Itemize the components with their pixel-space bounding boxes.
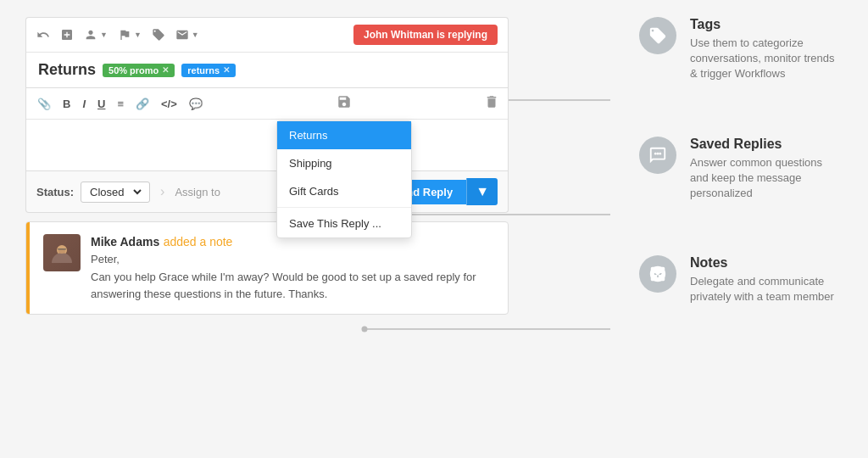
status-dropdown[interactable]: Closed Open Pending xyxy=(86,185,144,199)
editor-content[interactable] xyxy=(26,120,508,170)
status-label: Status: xyxy=(36,186,74,198)
undo-icon[interactable] xyxy=(36,28,50,42)
save-btn[interactable] xyxy=(337,94,352,113)
code-btn[interactable]: </> xyxy=(159,96,180,112)
dropdown-item-shipping[interactable]: Shipping xyxy=(277,149,411,177)
notes-title: Notes xyxy=(690,255,843,271)
dropdown-save-reply[interactable]: Save This Reply ... xyxy=(277,209,411,237)
dropdown-item-gift-cards[interactable]: Gift Cards xyxy=(277,177,411,205)
editor-toolbar: 📎 B I U ≡ 🔗 </> 💬 xyxy=(26,88,508,120)
dropdown-item-returns[interactable]: Returns xyxy=(277,121,411,149)
feature-notes: Notes Delegate and communicate privately… xyxy=(639,255,843,304)
italic-btn[interactable]: I xyxy=(80,96,88,112)
svg-point-9 xyxy=(654,152,657,154)
underline-btn[interactable]: U xyxy=(95,96,108,112)
note-body: Can you help Grace while I'm away? Would… xyxy=(91,269,494,302)
flag-icon[interactable]: ▼ xyxy=(118,28,142,42)
editor-area: 📎 B I U ≡ 🔗 </> 💬 Returns Shipping Gi xyxy=(25,88,509,171)
tags-title: Tags xyxy=(690,17,843,32)
replying-badge: John Whitman is replying xyxy=(353,25,498,45)
bold-btn[interactable]: B xyxy=(60,96,73,112)
user-icon[interactable]: ▼ xyxy=(84,28,108,42)
saved-replies-title: Saved Replies xyxy=(690,137,843,152)
link-btn[interactable]: 🔗 xyxy=(133,96,152,112)
assign-to-text[interactable]: Assign to xyxy=(175,186,220,198)
svg-point-11 xyxy=(659,152,661,154)
svg-point-5 xyxy=(362,327,368,332)
status-bar: Status: Closed Open Pending › Assign to … xyxy=(25,171,509,213)
main-toolbar: ▼ ▼ ▼ John Whitman is replying xyxy=(25,17,509,53)
saved-replies-icon-wrap xyxy=(639,137,676,174)
chevron-separator: › xyxy=(160,184,164,199)
note-salutation: Peter, xyxy=(91,253,494,265)
tag-promo-remove[interactable]: ✕ xyxy=(162,65,169,75)
tag-icon[interactable] xyxy=(152,28,165,42)
svg-point-10 xyxy=(657,152,659,154)
tag-returns[interactable]: returns ✕ xyxy=(181,64,236,77)
saved-replies-btn[interactable]: 💬 xyxy=(186,96,205,112)
email-icon[interactable]: ▼ xyxy=(175,28,199,42)
tags-desc: Use them to categorize conversations, mo… xyxy=(690,36,843,82)
feature-saved-replies: Saved Replies Answer common questions an… xyxy=(639,137,843,202)
svg-rect-8 xyxy=(58,249,66,250)
tag-promo[interactable]: 50% promo ✕ xyxy=(103,64,175,77)
tags-icon-wrap xyxy=(639,17,676,54)
features-panel: Tags Use them to categorize conversation… xyxy=(639,17,843,331)
tag-returns-remove[interactable]: ✕ xyxy=(223,65,230,75)
trash-btn[interactable] xyxy=(484,94,499,113)
feature-tags: Tags Use them to categorize conversation… xyxy=(639,17,843,82)
note-area: Mike Adams added a note Peter, Can you h… xyxy=(25,221,509,315)
avatar xyxy=(43,234,81,271)
tags-feature-text: Tags Use them to categorize conversation… xyxy=(690,17,843,82)
notes-feature-text: Notes Delegate and communicate privately… xyxy=(690,255,843,304)
notes-icon-wrap xyxy=(639,255,676,293)
saved-replies-desc: Answer common questions and keep the mes… xyxy=(690,155,843,202)
saved-replies-dropdown: Returns Shipping Gift Cards Save This Re… xyxy=(276,120,412,238)
send-reply-caret[interactable]: ▼ xyxy=(466,178,498,205)
status-select[interactable]: Closed Open Pending xyxy=(81,182,150,203)
note-content: Mike Adams added a note Peter, Can you h… xyxy=(30,222,508,314)
note-author: Mike Adams xyxy=(91,235,159,249)
add-icon[interactable] xyxy=(60,28,74,42)
saved-replies-feature-text: Saved Replies Answer common questions an… xyxy=(690,137,843,202)
note-action: added a note xyxy=(164,235,233,249)
notes-desc: Delegate and communicate privately with … xyxy=(690,274,843,304)
subject-title: Returns xyxy=(38,61,96,79)
list-btn[interactable]: ≡ xyxy=(114,96,126,112)
attach-btn[interactable]: 📎 xyxy=(35,96,53,112)
subject-bar: Returns 50% promo ✕ returns ✕ xyxy=(25,53,509,88)
